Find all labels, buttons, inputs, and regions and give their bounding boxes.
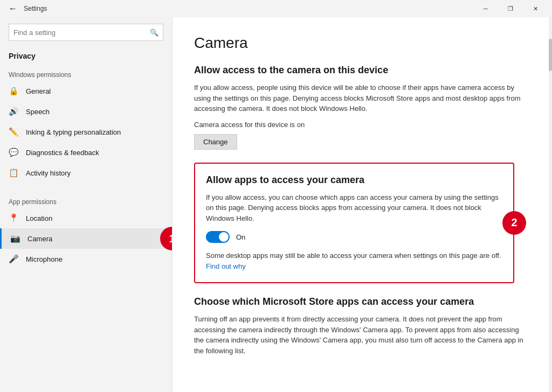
sidebar-item-general[interactable]: 🔒 General	[0, 81, 172, 101]
badge-2: 2	[502, 211, 526, 235]
section1-desc: If you allow access, people using this d…	[194, 82, 530, 114]
section1-title: Allow access to the camera on this devic…	[194, 65, 530, 76]
window-controls: ─ ❐ ✕	[473, 0, 548, 17]
sidebar-item-diagnostics[interactable]: 💬 Diagnostics & feedback	[0, 142, 172, 163]
change-button[interactable]: Change	[194, 134, 237, 150]
sidebar-item-inking[interactable]: ✏️ Inking & typing personalization	[0, 122, 172, 142]
sidebar-item-label: General	[26, 87, 51, 95]
sidebar-item-microphone[interactable]: 🎤 Microphone	[0, 249, 172, 269]
inking-icon: ✏️	[9, 127, 18, 137]
windows-permissions-label: Windows permissions	[0, 65, 172, 81]
sidebar-item-label: Activity history	[26, 169, 71, 177]
section3-title: Choose which Microsoft Store apps can ac…	[194, 296, 530, 307]
activity-icon: 📋	[9, 168, 18, 178]
speech-icon: 🔊	[9, 107, 18, 116]
main-content: Camera Allow access to the camera on thi…	[172, 17, 552, 392]
section2-desc: If you allow access, you can choose whic…	[206, 192, 502, 224]
camera-status: Camera access for this device is on	[194, 121, 530, 129]
search-bar[interactable]: 🔍	[9, 24, 163, 41]
find-out-link[interactable]: Find out why	[206, 262, 246, 270]
titlebar: ← Settings ─ ❐ ✕	[0, 0, 552, 17]
sidebar: 🔍 Privacy Windows permissions 🔒 General …	[0, 17, 172, 392]
diagnostics-icon: 💬	[9, 148, 18, 157]
toggle-row: On	[206, 231, 502, 243]
scrollbar-thumb[interactable]	[549, 39, 552, 71]
back-button[interactable]: ←	[4, 0, 22, 17]
location-icon: 📍	[9, 213, 18, 223]
note-text: Some desktop apps may still be able to a…	[206, 250, 502, 271]
sidebar-item-label: Camera	[27, 235, 52, 243]
minimize-button[interactable]: ─	[473, 0, 498, 17]
sidebar-item-location[interactable]: 📍 Location	[0, 208, 172, 228]
section3-desc: Turning off an app prevents it from dire…	[194, 314, 530, 356]
search-input[interactable]	[13, 29, 150, 37]
sidebar-item-label: Inking & typing personalization	[26, 128, 121, 136]
toggle-label: On	[236, 233, 245, 241]
sidebar-item-activity[interactable]: 📋 Activity history	[0, 163, 172, 183]
sidebar-item-label: Location	[26, 214, 52, 222]
sidebar-item-label: Diagnostics & feedback	[26, 149, 99, 157]
camera-icon: 📷	[10, 234, 20, 243]
scrollbar-track[interactable]	[549, 17, 552, 392]
sidebar-item-speech[interactable]: 🔊 Speech	[0, 101, 172, 122]
lock-icon: 🔒	[9, 86, 18, 96]
allow-apps-box: Allow apps to access your camera If you …	[194, 163, 514, 284]
camera-toggle[interactable]	[206, 231, 230, 243]
close-button[interactable]: ✕	[523, 0, 548, 17]
maximize-button[interactable]: ❐	[498, 0, 523, 17]
sidebar-item-camera[interactable]: 📷 Camera	[0, 228, 172, 249]
back-icon: ←	[9, 4, 17, 13]
microphone-icon: 🎤	[9, 254, 18, 264]
privacy-label: Privacy	[0, 47, 172, 65]
app-container: 🔍 Privacy Windows permissions 🔒 General …	[0, 0, 552, 392]
page-title: Camera	[194, 34, 530, 52]
section2-title: Allow apps to access your camera	[206, 174, 502, 186]
toggle-knob	[219, 232, 229, 242]
sidebar-item-label: Speech	[26, 108, 50, 116]
search-icon: 🔍	[150, 29, 158, 37]
titlebar-title: Settings	[24, 5, 47, 12]
sidebar-item-label: Microphone	[26, 255, 63, 263]
app-permissions-label: App permissions	[0, 192, 172, 208]
